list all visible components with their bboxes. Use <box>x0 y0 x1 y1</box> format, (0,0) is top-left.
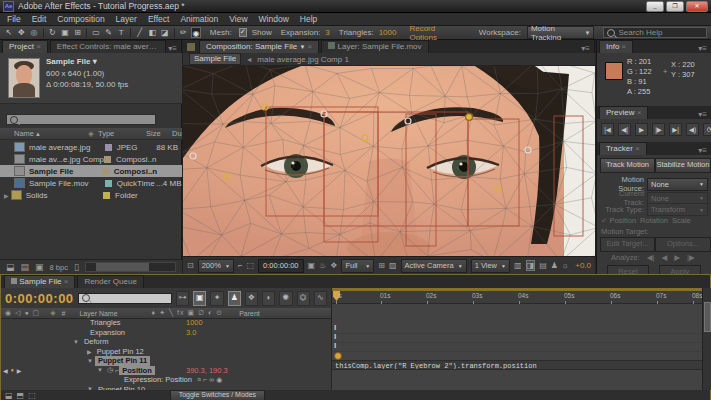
twirl-open-icon[interactable]: ▼ <box>73 339 79 345</box>
snapshot-icon[interactable]: ▣ <box>308 261 316 270</box>
row-puppet-pin-11[interactable]: ▼ Puppet Pin 11 <box>1 356 331 366</box>
expression-enable-icon[interactable]: ≡ <box>197 376 201 383</box>
close-button[interactable]: ✕ <box>686 1 708 12</box>
tab-preview[interactable]: Preview × <box>599 106 648 119</box>
motion-blur-icon[interactable]: ◗ <box>262 291 275 306</box>
menu-animation[interactable]: Animation <box>180 14 218 24</box>
expansion-value[interactable]: 3 <box>325 28 329 37</box>
analyze-forward-icon[interactable]: ▶ <box>674 253 680 262</box>
restore-button[interactable]: ❐ <box>666 1 684 12</box>
triangles-value[interactable]: 1000 <box>186 318 203 327</box>
file-row-male-av-comp[interactable]: male av...e.jpg Comp 1 Composi..n <box>0 153 182 165</box>
mesh-show-checkbox[interactable]: ✓ <box>239 28 247 37</box>
tab-project[interactable]: Project × <box>2 40 48 53</box>
label-chip[interactable] <box>104 156 111 163</box>
clone-stamp-tool-icon[interactable]: ◧ <box>147 27 157 38</box>
timeline-vertical-scrollbar[interactable] <box>702 288 711 390</box>
label-chip[interactable] <box>102 168 109 175</box>
panel-menu-icon[interactable]: ▾≡ <box>698 110 711 119</box>
composition-viewport[interactable] <box>183 66 595 256</box>
eraser-tool-icon[interactable]: ◪ <box>160 27 170 38</box>
expand-options-pane-icon[interactable]: ⬚ <box>28 391 36 400</box>
roto-brush-tool-icon[interactable]: ✏ <box>178 27 188 38</box>
first-frame-button[interactable]: |◀ <box>601 123 614 136</box>
pen-tool-icon[interactable]: ✎ <box>104 27 114 38</box>
label-chip[interactable] <box>105 144 112 151</box>
tab-composition[interactable]: Composition: Sample File ▼ × <box>199 40 319 53</box>
tab-tracker[interactable]: Tracker × <box>599 142 647 155</box>
camera-dropdown[interactable]: Active Camera▼ <box>401 259 467 273</box>
loop-button[interactable]: ⟳ <box>703 123 711 136</box>
draft-3d-icon[interactable]: ✦ <box>210 291 223 306</box>
triangles-value[interactable]: 1000 <box>379 28 397 37</box>
hand-tool-icon[interactable]: ✥ <box>17 27 27 38</box>
tab-render-queue[interactable]: Render Queue <box>77 275 143 288</box>
tab-timeline-sample-file[interactable]: Sample File × <box>4 275 75 288</box>
new-folder-icon[interactable]: ▤ <box>21 262 30 272</box>
column-type[interactable]: Type <box>98 129 146 138</box>
twirl-open-icon[interactable]: ▼ <box>97 367 103 373</box>
position-value[interactable]: 390.3, 190.3 <box>186 366 228 375</box>
live-update-icon[interactable]: ▣ <box>193 291 206 306</box>
edit-target-button[interactable]: Edit Target... <box>600 237 655 252</box>
shape-tool-icon[interactable]: ▭ <box>91 27 101 38</box>
play-button[interactable]: ▶ <box>635 123 648 136</box>
keyframe-icon[interactable] <box>334 352 342 360</box>
column-name[interactable]: Name ▴ <box>14 129 88 138</box>
brainstorm-icon[interactable]: ✺ <box>279 291 292 306</box>
record-options-link[interactable]: Record Options <box>409 24 457 42</box>
audio-button[interactable]: ◀) <box>686 123 699 136</box>
file-row-sample-file[interactable]: Sample File Composi..n <box>0 165 182 177</box>
pan-behind-tool-icon[interactable]: ⊞ <box>73 27 83 38</box>
menu-window[interactable]: Window <box>259 14 289 24</box>
expression-pickwhip-icon[interactable]: ∞ <box>209 376 214 383</box>
analyze-forward-1-icon[interactable]: |▶ <box>687 253 695 262</box>
menu-view[interactable]: View <box>229 14 247 24</box>
row-expansion[interactable]: Expansion 3.0 <box>1 328 331 338</box>
camera-tool-icon[interactable]: ▣ <box>60 27 70 38</box>
tab-effect-controls[interactable]: Effect Controls: male average.jpg <box>50 40 167 53</box>
file-row-sample-file-mov[interactable]: Sample File.mov QuickTime ...4 MB <box>0 177 182 189</box>
panel-lock-icon[interactable] <box>187 43 195 51</box>
column-layer-name[interactable]: Layer Name <box>79 310 117 317</box>
track-type-dropdown[interactable]: Transform▼ <box>647 203 708 216</box>
tab-layer[interactable]: Layer: Sample File.mov <box>321 40 428 53</box>
position-checkbox[interactable]: ✓ Position <box>601 216 636 225</box>
channels-icon[interactable]: ❖ <box>330 261 337 270</box>
view-layout-dropdown[interactable]: 1 View▼ <box>471 259 510 273</box>
menu-file[interactable]: File <box>7 14 21 24</box>
graph-editor-icon[interactable]: ∿ <box>314 291 327 306</box>
roi-icon[interactable]: ⊞ <box>378 261 385 270</box>
options-button[interactable]: Options... <box>655 237 711 252</box>
safe-zones-icon[interactable]: ⌐ <box>238 261 243 270</box>
bit-depth-button[interactable]: 8 bpc <box>50 263 68 272</box>
row-puppet-pin-12[interactable]: ▶ Puppet Pin 12 <box>1 347 331 357</box>
previous-frame-button[interactable]: ◀| <box>618 123 631 136</box>
reset-exposure-icon[interactable]: ☼ <box>562 261 569 270</box>
mask-visibility-icon[interactable]: ⬚ <box>247 261 255 270</box>
menu-edit[interactable]: Edit <box>32 14 47 24</box>
menu-help[interactable]: Help <box>300 14 317 24</box>
file-row-male-average[interactable]: male average.jpg JPEG 88 KB <box>0 141 182 153</box>
expand-inout-pane-icon[interactable]: ⬒ <box>17 391 25 400</box>
menu-composition[interactable]: Composition <box>57 14 104 24</box>
stabilize-motion-button[interactable]: Stabilize Motion <box>655 158 711 173</box>
trash-icon[interactable]: ▯ <box>74 262 79 272</box>
flowchart-icon[interactable]: ♟ <box>551 261 558 270</box>
label-chip[interactable] <box>103 192 110 199</box>
column-parent[interactable]: Parent <box>239 310 260 317</box>
analyze-backward-icon[interactable]: ◀ <box>662 253 668 262</box>
workspace-dropdown[interactable]: Motion Tracking ▼ <box>527 26 595 39</box>
row-expression-position[interactable]: Expression: Position ≡ ⌐ ∞ ◉ <box>1 375 331 385</box>
frame-blend-icon[interactable]: ❖ <box>245 291 258 306</box>
zoom-tool-icon[interactable]: ◎ <box>29 27 39 38</box>
project-search-input[interactable] <box>6 114 156 125</box>
brush-tool-icon[interactable]: ╱ <box>135 27 145 38</box>
breadcrumb-parent[interactable]: male average.jpg Comp 1 <box>257 55 349 64</box>
timeline-search-input[interactable] <box>78 293 172 304</box>
expression-language-icon[interactable]: ◉ <box>216 376 222 384</box>
expand-layer-pane-icon[interactable]: ⬓ <box>5 391 13 400</box>
expression-field[interactable]: thisComp.layer("R Eyebrow 2").transform.… <box>332 360 703 370</box>
composition-mini-flowchart-icon[interactable]: ⊶ <box>176 291 189 306</box>
breadcrumb-current[interactable]: Sample File <box>189 53 241 65</box>
